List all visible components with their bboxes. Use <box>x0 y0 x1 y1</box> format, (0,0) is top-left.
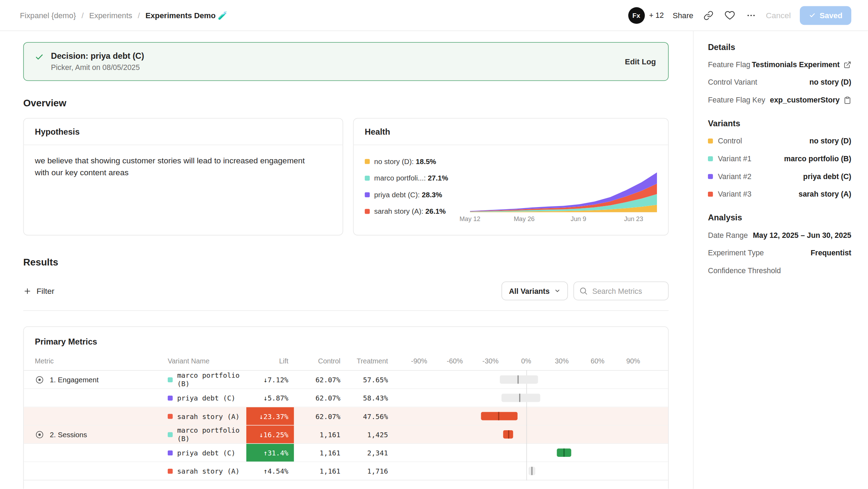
metric-row[interactable]: 1. Engagementmarco portfolio (B)↓7.12%62… <box>24 371 668 389</box>
details-title: Details <box>708 42 851 51</box>
bullseye-icon <box>35 430 44 439</box>
analysis-row-experiment-type: Experiment Type Frequentist <box>708 249 851 257</box>
breadcrumb-current: Experiments Demo 🧪 <box>145 11 227 20</box>
metric-row[interactable]: 2. Sessionsmarco portfolio (B)↓16.25%1,1… <box>24 426 668 444</box>
confidence-interval-plot <box>401 407 657 425</box>
metric-row[interactable]: sarah story (A)↓23.37%62.07%47.56% <box>24 407 668 425</box>
detail-value: exp_customerStory <box>770 96 851 104</box>
axis-tick: 0% <box>521 357 531 365</box>
breadcrumb-separator: / <box>81 11 84 20</box>
hypothesis-body: we believe that showing customer stories… <box>24 145 323 189</box>
detail-row-flag-key: Feature Flag Key exp_customerStory <box>708 96 851 104</box>
health-title: Health <box>354 119 668 145</box>
app: Fixpanel {demo} / Experiments / Experime… <box>0 0 868 489</box>
variant-name: sarah story (A) <box>168 467 246 475</box>
confidence-interval-plot <box>401 462 657 480</box>
ci-marker <box>498 412 499 420</box>
copy-link-button[interactable] <box>702 9 714 21</box>
lift-value: ↓23.37% <box>246 407 294 425</box>
metrics-table-footer: Add <box>24 480 668 489</box>
lift-value: ↓7.12% <box>246 371 294 389</box>
lift-value: ↑4.54% <box>246 462 294 480</box>
variant-swatch <box>708 139 713 143</box>
content: Decision: priya debt (C) Picker, Amit on… <box>0 31 868 489</box>
control-value: 62.07% <box>294 412 340 420</box>
legend-label: sarah story (A): 26.1% <box>374 207 446 215</box>
bullseye-icon <box>35 375 44 384</box>
lift-value: ↑31.4% <box>246 444 294 462</box>
detail-value: no story (D) <box>809 78 851 86</box>
variant-name: priya debt (C) <box>168 394 246 402</box>
metric-row[interactable]: sarah story (A)↑4.54%1,1611,716 <box>24 462 668 480</box>
variants-title: Variants <box>708 119 851 128</box>
add-metric-button[interactable]: Add <box>24 480 73 489</box>
variants-dropdown-label: All Variants <box>509 287 549 295</box>
treatment-value: 2,341 <box>340 448 388 457</box>
analysis-value: May 12, 2025 – Jun 30, 2025 <box>753 231 851 240</box>
save-button[interactable]: Saved <box>800 6 851 25</box>
overview-heading: Overview <box>23 98 669 109</box>
control-value: 1,161 <box>294 430 340 439</box>
results-controls: All Variants <box>502 282 669 300</box>
add-filter-button[interactable]: Filter <box>23 286 55 295</box>
primary-metrics-card: Primary Metrics Metric Variant Name Lift… <box>23 326 669 489</box>
legend-item: priya debt (C): 28.3% <box>365 191 470 199</box>
legend-swatch <box>365 209 370 214</box>
decision-subtitle: Picker, Amit on 08/05/2025 <box>51 63 144 72</box>
detail-value[interactable]: Testimonials Experiment <box>752 61 851 69</box>
treatment-value: 47.56% <box>340 412 388 420</box>
health-chart <box>470 169 657 212</box>
detail-label: Feature Flag Key <box>708 96 765 104</box>
edit-log-button[interactable]: Edit Log <box>625 57 656 65</box>
zero-line <box>526 443 527 462</box>
share-button[interactable]: Share <box>673 11 693 20</box>
health-chart-wrap: May 12May 26Jun 9Jun 23 <box>470 154 657 224</box>
hypothesis-title: Hypothesis <box>24 119 342 145</box>
x-tick-label: May 12 <box>460 215 480 222</box>
more-menu-button[interactable] <box>745 9 757 21</box>
variant-swatch <box>168 450 173 455</box>
analysis-title: Analysis <box>708 213 851 222</box>
variant-name: marco portfolio (B) <box>168 371 246 388</box>
variants-dropdown[interactable]: All Variants <box>502 282 568 300</box>
ellipsis-icon <box>746 10 756 20</box>
variant-row: Variant #1 marco portfolio (B) <box>708 155 851 163</box>
favorite-button[interactable] <box>723 9 736 21</box>
metric-row[interactable]: priya debt (C)↓5.87%62.07%58.43% <box>24 389 668 407</box>
health-body: no story (D): 18.5%marco portfoli...: 27… <box>354 145 668 229</box>
ci-bar <box>501 394 540 402</box>
decision-banner: Decision: priya debt (C) Picker, Amit on… <box>23 42 669 81</box>
ci-marker <box>508 430 509 439</box>
filter-label: Filter <box>37 286 55 295</box>
analysis-label: Date Range <box>708 231 748 240</box>
confidence-interval-plot <box>401 389 657 407</box>
external-link-icon[interactable] <box>844 61 851 68</box>
lift-value: ↓16.25% <box>246 426 294 444</box>
clipboard-icon[interactable] <box>844 96 851 104</box>
check-icon <box>809 12 816 19</box>
variant-name: sarah story (A) <box>168 412 246 420</box>
avatar[interactable]: Fx <box>628 7 645 24</box>
legend-item: no story (D): 18.5% <box>365 157 470 166</box>
variant-row: Control no story (D) <box>708 137 851 145</box>
ci-bar <box>500 375 538 384</box>
breadcrumb-project[interactable]: Fixpanel {demo} <box>20 11 76 20</box>
breadcrumb-separator: / <box>138 11 140 20</box>
metric-name: 1. Engagement <box>35 375 168 384</box>
axis-tick: -90% <box>411 357 427 365</box>
section-divider <box>23 310 669 311</box>
analysis-section: Analysis Date Range May 12, 2025 – Jun 3… <box>708 213 851 275</box>
x-tick-label: Jun 23 <box>624 215 643 222</box>
hypothesis-card: Hypothesis we believe that showing custo… <box>23 118 343 235</box>
health-legend: no story (D): 18.5%marco portfoli...: 27… <box>365 154 470 224</box>
cancel-button[interactable]: Cancel <box>766 11 791 20</box>
collaborator-count[interactable]: + 12 <box>649 11 664 20</box>
breadcrumb-experiments[interactable]: Experiments <box>89 11 132 20</box>
variant-label: Control <box>708 137 742 145</box>
axis-ticks: -90%-60%-30%0%30%60%90% <box>401 352 657 370</box>
results-heading: Results <box>23 256 669 268</box>
ci-marker <box>519 394 520 402</box>
health-card: Health no story (D): 18.5%marco portfoli… <box>353 118 669 235</box>
metric-row[interactable]: priya debt (C)↑31.4%1,1612,341 <box>24 444 668 462</box>
metrics-search <box>573 282 668 300</box>
